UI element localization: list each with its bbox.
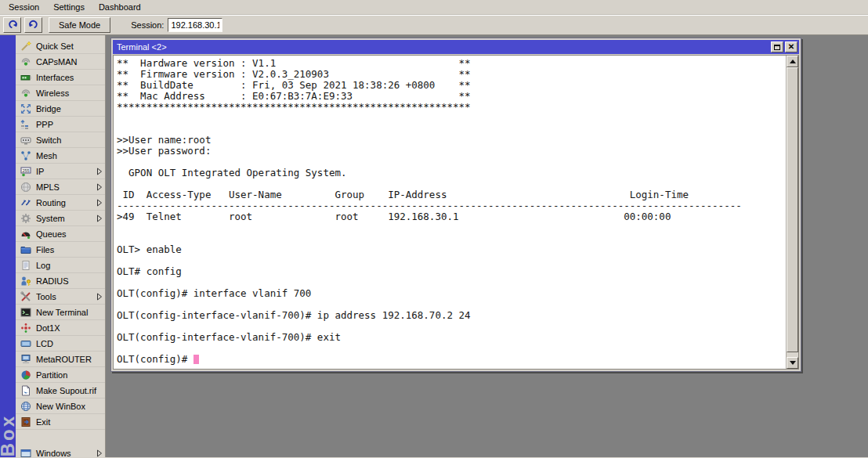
close-icon: ✕ <box>788 43 794 51</box>
sidebar-item-label: Partition <box>36 370 103 380</box>
sidebar-item-label: Bridge <box>36 104 103 114</box>
winbox-app: Session Settings Dashboard Safe Mode Ses… <box>0 0 868 457</box>
terminal-titlebar[interactable]: Terminal <2> ✕ <box>113 40 799 54</box>
svg-text:255: 255 <box>22 168 29 172</box>
sidebar-item-dot1x[interactable]: Dot1X <box>16 320 105 336</box>
sidebar-item-label: Dot1X <box>36 323 103 333</box>
sidebar-item-label: Make Supout.rif <box>36 386 103 395</box>
scrollbar-thumb[interactable] <box>787 67 798 352</box>
sidebar-item-mesh[interactable]: Mesh <box>16 148 105 164</box>
queues-icon <box>20 229 31 240</box>
sidebar-item-label: MPLS <box>36 182 96 192</box>
lcd-icon <box>20 338 31 349</box>
terminal-cursor <box>193 355 199 364</box>
sidebar-item-label: IP <box>36 167 96 176</box>
sidebar-item-label: Switch <box>36 135 103 145</box>
interface-card-icon <box>20 72 31 83</box>
submenu-arrow-icon <box>96 168 103 175</box>
sidebar-item-tools[interactable]: Tools <box>16 289 105 305</box>
redo-button[interactable] <box>24 17 42 33</box>
terminal-prompt: OLT(config)# <box>117 353 193 365</box>
menubar: Session Settings Dashboard <box>0 0 868 15</box>
winbox-icon <box>20 401 31 412</box>
terminal-output[interactable]: ** Hardware version : V1.1 ** ** Firmwar… <box>114 56 798 365</box>
sidebar-item-ppp[interactable]: PPP <box>16 117 105 132</box>
wand-icon <box>20 41 31 52</box>
submenu-arrow-icon <box>96 449 103 457</box>
maximize-button[interactable] <box>771 41 783 52</box>
sidebar-item-log[interactable]: Log <box>16 258 105 273</box>
sidebar-item-radius[interactable]: RADIUS <box>16 273 105 289</box>
radius-icon <box>20 276 31 287</box>
sidebar-item-lcd[interactable]: LCD <box>16 336 105 352</box>
sidebar-item-new-winbox[interactable]: New WinBox <box>16 398 105 414</box>
sidebar-item-label: Tools <box>36 292 96 301</box>
sidebar-item-label: PPP <box>36 120 103 129</box>
switch-icon <box>20 135 31 146</box>
menu-dashboard[interactable]: Dashboard <box>92 1 148 14</box>
sidebar-item-ip[interactable]: 255IP <box>16 164 105 179</box>
sidebar-item-bridge[interactable]: Bridge <box>16 101 105 117</box>
session-input[interactable] <box>168 18 222 32</box>
mpls-icon <box>20 182 31 193</box>
sidebar-item-wireless[interactable]: Wireless <box>16 85 105 101</box>
mdi-background: Terminal <2> ✕ ** Hardware version : V1.… <box>106 35 868 457</box>
close-button[interactable]: ✕ <box>785 41 797 52</box>
terminal-icon <box>20 307 31 318</box>
sidebar-item-make-supout-rif[interactable]: Make Supout.rif <box>16 383 105 398</box>
safe-mode-button[interactable]: Safe Mode <box>49 17 110 33</box>
terminal-scrollbar[interactable] <box>786 56 798 369</box>
sidebar-item-new-terminal[interactable]: New Terminal <box>16 305 105 320</box>
sidebar-item-files[interactable]: Files <box>16 242 105 258</box>
arrow-down-icon <box>790 361 796 368</box>
menu-settings[interactable]: Settings <box>46 1 92 14</box>
antenna-icon <box>20 88 31 99</box>
sidebar-item-label: Mesh <box>36 151 103 160</box>
undo-button[interactable] <box>3 17 21 33</box>
sidebar-gap <box>16 430 105 445</box>
sidebar-item-switch[interactable]: Switch <box>16 132 105 148</box>
sidebar-item-queues[interactable]: Queues <box>16 226 105 242</box>
tools-icon <box>20 291 31 302</box>
sidebar-menu: Quick SetCAPsMANInterfacesWirelessBridge… <box>16 35 106 457</box>
routing-icon <box>20 197 31 208</box>
toolbar: Safe Mode Session: <box>0 15 868 35</box>
scroll-up-button[interactable] <box>787 56 798 67</box>
terminal-scrollback: ** Hardware version : V1.1 ** ** Firmwar… <box>117 57 742 343</box>
sidebar-item-system[interactable]: System <box>16 211 105 226</box>
sidebar-item-metarouter[interactable]: MetaROUTER <box>16 352 105 367</box>
ppp-icon <box>20 119 31 130</box>
sidebar-item-label: New Terminal <box>36 308 103 317</box>
supout-icon <box>20 385 31 396</box>
main-region: WinBox Quick SetCAPsMANInterfacesWireles… <box>0 35 868 457</box>
sidebar-item-exit[interactable]: Exit <box>16 414 105 430</box>
sidebar-item-label: RADIUS <box>36 276 103 286</box>
sidebar-item-label: Wireless <box>36 88 103 98</box>
brand-strip: WinBox <box>0 35 16 457</box>
sidebar-item-interfaces[interactable]: Interfaces <box>16 70 105 85</box>
sidebar-item-label: System <box>36 214 96 223</box>
log-icon <box>20 260 31 271</box>
sidebar-item-label: Interfaces <box>36 73 103 82</box>
sidebar-item-quick-set[interactable]: Quick Set <box>16 38 105 54</box>
sidebar-item-label: Queues <box>36 229 103 239</box>
winbox-brand-text: WinBox <box>0 435 16 457</box>
sidebar-item-label: Files <box>36 245 103 254</box>
sidebar-item-partition[interactable]: Partition <box>16 367 105 383</box>
maximize-icon <box>774 45 780 50</box>
sidebar-item-windows[interactable]: Windows <box>16 445 105 458</box>
files-icon <box>20 244 31 255</box>
scroll-down-button[interactable] <box>787 357 798 369</box>
sidebar-item-capsman[interactable]: CAPsMAN <box>16 54 105 70</box>
exit-icon <box>20 417 31 427</box>
sidebar-item-label: MetaROUTER <box>36 355 103 364</box>
sidebar-item-label: Windows <box>36 449 96 458</box>
sidebar-item-routing[interactable]: Routing <box>16 195 105 211</box>
submenu-arrow-icon <box>96 293 103 301</box>
sidebar-item-label: New WinBox <box>36 402 103 411</box>
windows-icon <box>20 448 31 458</box>
sidebar-item-label: Quick Set <box>36 41 103 51</box>
sidebar-item-mpls[interactable]: MPLS <box>16 179 105 195</box>
sidebar-item-label: Routing <box>36 198 96 207</box>
menu-session[interactable]: Session <box>2 1 46 14</box>
